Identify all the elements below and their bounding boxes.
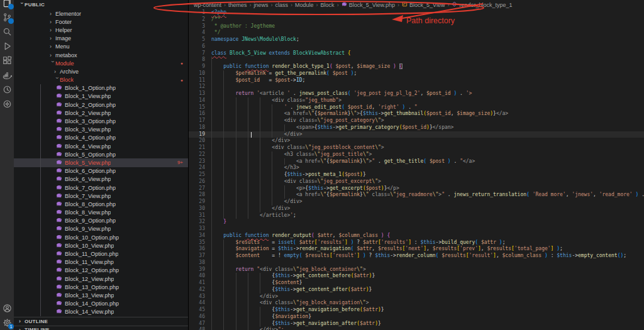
account-icon[interactable] [0, 301, 14, 316]
code-line[interactable]: 29</div> [189, 199, 644, 206]
tree-item-helper[interactable]: ›Helper [14, 26, 188, 34]
code-line[interactable]: 23<a href=\"{$permalink}\">" . get_the_t… [189, 158, 644, 165]
code-line[interactable]: 28<a href=\"{$permalink}\" class=\"jeg_r… [189, 192, 644, 199]
code-line[interactable]: 35$results = isset( $attr['results'] ) ?… [189, 239, 644, 246]
tree-item-block[interactable]: ›Block● [14, 76, 188, 84]
code-line[interactable]: 5namespace JNews\Module\Block; [189, 36, 644, 43]
chevron-right-icon: › [50, 27, 55, 33]
code-line[interactable]: 21<div class=\"jeg_postblock_content\"> [189, 145, 644, 151]
explorer-files-icon[interactable] [0, 0, 14, 10]
circle-gear-icon[interactable] [0, 97, 14, 111]
code-line[interactable]: 4 */ [189, 30, 644, 36]
line-number: 36 [189, 246, 205, 253]
extensions-icon[interactable] [0, 53, 14, 68]
tree-item-module[interactable]: ›Module● [14, 59, 188, 67]
code-line[interactable]: 43</div> [189, 294, 644, 300]
code-line[interactable]: 3 * @author : Jegtheme [189, 23, 644, 30]
outline-section-header[interactable]: › OUTLINE [14, 317, 188, 326]
code-area[interactable]: 1<?php2/**3 * @author : Jegtheme4 */5nam… [189, 9, 644, 330]
tree-item-footer[interactable]: ›Footer [14, 18, 188, 26]
code-line[interactable]: 12 [189, 84, 644, 91]
code-line[interactable]: 20</div> [189, 138, 644, 145]
code-line[interactable]: 48</div>"; [189, 327, 644, 330]
code-line[interactable]: 2/** [189, 16, 644, 23]
code-line[interactable]: 24</h3> [189, 165, 644, 172]
code-line[interactable]: 14<div class="jeg_thumb"> [189, 97, 644, 104]
code-line[interactable]: 26<div class=\"jeg_post_excerpt\"> [189, 179, 644, 185]
code-line[interactable]: 34public function render_output( $attr, … [189, 233, 644, 239]
code-line[interactable]: 42{$this->get_content_after($attr)} [189, 287, 644, 294]
settings-gear-icon[interactable]: 1 [0, 316, 14, 330]
code-line[interactable]: 39return "<div class=\"jeg_block_contain… [189, 267, 644, 273]
code-line[interactable]: 32} [189, 219, 644, 226]
source-control-icon[interactable] [0, 10, 14, 25]
code-line[interactable]: 30</div> [189, 206, 644, 212]
chevron-right-icon: › [50, 19, 55, 25]
code-line[interactable]: 27<p>{$this->get_excerpt($post)}</p> [189, 185, 644, 192]
explorer-section-header[interactable]: › PUBLIC [14, 0, 188, 9]
run-debug-icon[interactable] [0, 39, 14, 53]
circle-clock-icon[interactable] [0, 82, 14, 97]
activity-bar: 1 [0, 0, 14, 330]
code-line[interactable]: 40{$this->get_content_before($attr)} [189, 273, 644, 280]
breadcrumb-segment[interactable]: class [275, 2, 289, 8]
code-line[interactable]: 17<div class=\"jeg_post_category\"> [189, 118, 644, 124]
code-line[interactable]: 47{$this->get_navigation_after($attr)} [189, 321, 644, 327]
code-line[interactable]: 11$post_id = $post->ID; [189, 77, 644, 84]
code-line[interactable]: 15' . jnews_edit_post( $post_id, 'right'… [189, 104, 644, 111]
tree-item-image[interactable]: ›Image [14, 35, 188, 43]
breadcrumb-segment[interactable]: wp-content [194, 2, 221, 8]
tree-item-menu[interactable]: ›Menu [14, 43, 188, 51]
breadcrumb-segment[interactable]: Block [321, 2, 335, 8]
tree-item-label: Module [55, 60, 74, 67]
search-icon[interactable] [0, 25, 14, 39]
line-number: 42 [189, 287, 205, 294]
breadcrumb-segment[interactable]: Block_5_View.php [341, 1, 395, 8]
code-line[interactable]: 31</article>'; [189, 212, 644, 219]
tree-item-archive[interactable]: ›Archive [14, 67, 188, 75]
breadcrumb[interactable]: wp-content›themes›jnews›class›Module›Blo… [189, 0, 644, 9]
code-line[interactable]: 13return '<article ' . jnews_post_class(… [189, 91, 644, 97]
code-line[interactable]: 16<a href=\"{$permalink}\">{$this->get_t… [189, 111, 644, 118]
php-icon [56, 201, 65, 207]
code-line[interactable]: 38 [189, 260, 644, 267]
indent-guide [272, 124, 272, 131]
code-line[interactable]: 8 [189, 57, 644, 63]
code-line[interactable]: 33 [189, 226, 644, 233]
breadcrumb-segment[interactable]: render_block_type_1 [452, 1, 512, 8]
code-text: </div> [272, 138, 290, 145]
line-number: 37 [189, 253, 205, 260]
indent-guide [211, 239, 212, 246]
tree-item-elementor[interactable]: ›Elementor [14, 9, 188, 18]
code-line[interactable]: 9public function render_block_type_1( $p… [189, 63, 644, 70]
code-line[interactable]: 22<h3 class=\"jeg_post_title\"> [189, 151, 644, 158]
code-line[interactable]: 46{$navigation} [189, 314, 644, 321]
code-line[interactable]: 18<span>{$this->get_primary_category($po… [189, 124, 644, 131]
code-line[interactable]: 1<?php [189, 9, 644, 16]
timeline-section-header[interactable]: › TIMELINE [14, 326, 188, 330]
code-line[interactable]: 36$navigation = $this->render_navigation… [189, 246, 644, 253]
code-line[interactable]: 44<div class=\"jeg_block_navigation\"> [189, 300, 644, 307]
indent-guide [211, 97, 212, 104]
indent-guide [236, 131, 236, 138]
code-line[interactable]: 10$permalink = get_the_permalink( $post … [189, 70, 644, 77]
tree-item-metabox[interactable]: ›metabox [14, 51, 188, 59]
code-line[interactable]: 45{$this->get_navigation_before($attr)} [189, 307, 644, 314]
line-number: 1 [189, 9, 205, 16]
breadcrumb-segment[interactable]: Module [295, 2, 314, 8]
code-line[interactable]: 25{$this->post_meta_1($post)} [189, 172, 644, 179]
code-text: </div> [260, 294, 278, 300]
code-line[interactable]: 37$content = ! empty( $results['result']… [189, 253, 644, 260]
indent-guide [211, 212, 212, 219]
code-line[interactable]: 41{$content} [189, 280, 644, 287]
code-text: </article>'; [260, 212, 296, 219]
breadcrumb-segment[interactable]: Block_5_View [402, 1, 445, 8]
breadcrumb-segment[interactable]: jnews [254, 2, 269, 8]
code-line[interactable]: 7class Block_5_View extends BlockViewAbs… [189, 50, 644, 57]
code-line[interactable]: 19</div> [189, 131, 644, 138]
vscode-window: 1 › PUBLIC ›Elementor›Footer›Helper›Imag… [0, 0, 644, 330]
breadcrumb-segment[interactable]: themes [228, 2, 247, 8]
docker-whale-icon[interactable] [0, 68, 14, 82]
code-line[interactable]: 6 [189, 43, 644, 50]
tree-item-label: Block_12_View.php [65, 276, 114, 282]
